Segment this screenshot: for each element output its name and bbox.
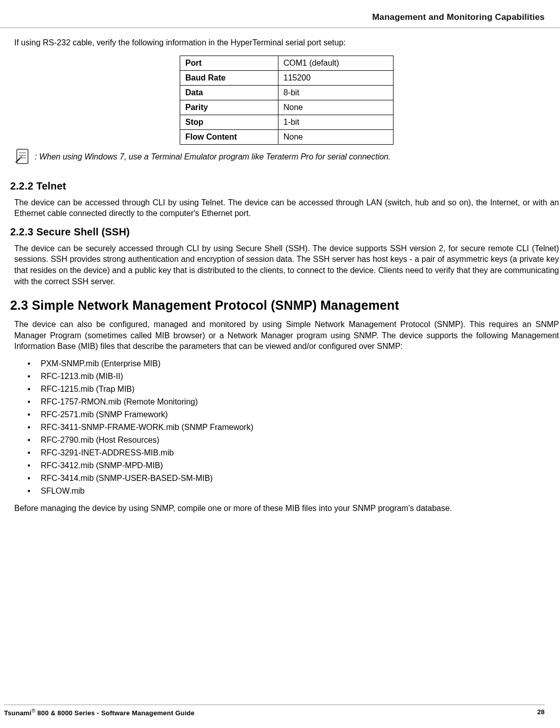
list-item: RFC-3414.mib (SNMP-USER-BASED-SM-MIB) [27, 474, 559, 483]
list-item: RFC-2790.mib (Host Resources) [27, 436, 559, 445]
table-row: Data 8-bit [180, 85, 394, 100]
paragraph-snmp: The device can also be configured, manag… [14, 319, 559, 352]
note-block: : When using Windows 7, use a Terminal E… [14, 148, 559, 166]
table-label: Port [180, 56, 278, 70]
table-row: Baud Rate 115200 [180, 70, 394, 85]
list-item: RFC-1215.mib (Trap MIB) [27, 385, 559, 394]
list-item: RFC-3411-SNMP-FRAME-WORK.mib (SNMP Frame… [27, 423, 559, 432]
note-icon [14, 148, 32, 166]
mib-list: PXM-SNMP.mib (Enterprise MIB) RFC-1213.m… [27, 359, 559, 496]
table-row: Stop 1-bit [180, 115, 394, 129]
table-row: Flow Content None [180, 129, 394, 144]
table-label: Baud Rate [180, 70, 278, 85]
page-footer: Tsunami® 800 & 8000 Series - Software Ma… [0, 705, 560, 717]
footer-title-suffix: 800 & 8000 Series - Software Management … [35, 709, 194, 717]
list-item: RFC-1213.mib (MIB-II) [27, 372, 559, 381]
table-value: 1-bit [278, 115, 393, 129]
intro-paragraph: If using RS-232 cable, verify the follow… [14, 37, 559, 48]
table-value: 115200 [278, 70, 393, 85]
list-item: SFLOW.mib [27, 487, 559, 496]
heading-telnet: 2.2.2 Telnet [10, 180, 560, 192]
table-value: None [278, 100, 393, 115]
footer-title: Tsunami® 800 & 8000 Series - Software Ma… [4, 708, 194, 717]
note-text: : When using Windows 7, use a Terminal E… [35, 152, 390, 161]
table-value: COM1 (default) [278, 56, 393, 70]
table-row: Parity None [180, 100, 394, 115]
svg-rect-0 [17, 149, 28, 164]
heading-ssh: 2.2.3 Secure Shell (SSH) [10, 226, 560, 238]
table-value: None [278, 129, 393, 144]
table-label: Flow Content [180, 129, 278, 144]
list-item: PXM-SNMP.mib (Enterprise MIB) [27, 359, 559, 368]
table-row: Port COM1 (default) [180, 56, 394, 70]
page-number: 28 [537, 708, 545, 717]
heading-snmp: 2.3 Simple Network Management Protocol (… [10, 298, 560, 313]
header-divider [0, 28, 560, 28]
list-item: RFC-2571.mib (SNMP Framework) [27, 410, 559, 419]
table-label: Data [180, 85, 278, 100]
table-label: Stop [180, 115, 278, 129]
paragraph-ssh: The device can be securely accessed thro… [14, 243, 559, 287]
table-label: Parity [180, 100, 278, 115]
list-item: RFC-1757-RMON.mib (Remote Monitoring) [27, 397, 559, 407]
list-item: RFC-3412.mib (SNMP-MPD-MIB) [27, 461, 559, 470]
table-value: 8-bit [278, 85, 393, 100]
paragraph-snmp-closing: Before managing the device by using SNMP… [14, 503, 559, 514]
running-header: Management and Monitoring Capabilities [0, 12, 560, 28]
list-item: RFC-3291-INET-ADDRESS-MIB.mib [27, 448, 559, 457]
footer-title-prefix: Tsunami [4, 709, 32, 717]
serial-port-table: Port COM1 (default) Baud Rate 115200 Dat… [180, 56, 394, 145]
footer-divider [4, 705, 545, 705]
paragraph-telnet: The device can be accessed through CLI b… [14, 197, 559, 219]
